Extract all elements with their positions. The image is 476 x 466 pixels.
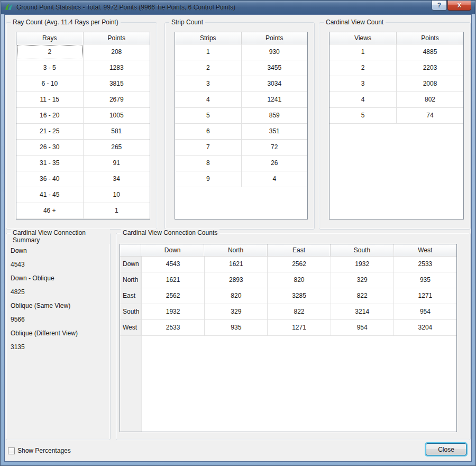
points-cell[interactable]: 91 xyxy=(83,156,150,171)
strips-cell[interactable]: 2 xyxy=(175,60,241,76)
column-header[interactable]: Views xyxy=(329,32,396,44)
rays-cell[interactable]: 3 - 5 xyxy=(16,60,83,76)
views-cell[interactable]: 1 xyxy=(329,44,396,60)
points-cell[interactable]: 1 xyxy=(83,203,150,218)
points-cell[interactable]: 859 xyxy=(241,108,308,123)
table-row[interactable]: 5 74 xyxy=(329,108,463,124)
table-row[interactable]: 11 - 15 2679 xyxy=(16,92,150,108)
table-row[interactable]: East 2562 820 3285 822 1271 xyxy=(120,288,456,304)
count-cell[interactable]: 329 xyxy=(331,272,393,288)
table-row[interactable]: 21 - 25 581 xyxy=(16,124,150,140)
table-row[interactable]: 2 2203 xyxy=(329,60,463,76)
column-header[interactable]: West xyxy=(393,244,456,256)
table-row[interactable]: 41 - 45 10 xyxy=(16,187,150,203)
count-cell[interactable]: 1271 xyxy=(267,320,330,335)
count-cell[interactable]: 3214 xyxy=(331,304,393,319)
count-cell[interactable]: 935 xyxy=(393,272,456,288)
count-cell[interactable]: 3204 xyxy=(393,320,456,335)
table-row[interactable]: 26 - 30 265 xyxy=(16,140,150,156)
points-cell[interactable]: 3034 xyxy=(241,76,308,92)
strips-cell[interactable]: 9 xyxy=(175,171,241,187)
points-cell[interactable]: 1283 xyxy=(83,60,150,76)
table-row[interactable]: 16 - 20 1005 xyxy=(16,108,150,124)
rays-cell[interactable]: 11 - 15 xyxy=(16,92,83,107)
strips-cell[interactable]: 3 xyxy=(175,76,241,92)
strips-cell[interactable]: 4 xyxy=(175,92,241,107)
close-button[interactable]: Close xyxy=(426,443,466,455)
points-cell[interactable]: 930 xyxy=(241,44,308,60)
table-row[interactable]: 4 1241 xyxy=(175,92,307,108)
points-cell[interactable]: 2679 xyxy=(83,92,150,107)
points-cell[interactable]: 802 xyxy=(396,92,463,107)
views-cell[interactable]: 4 xyxy=(329,92,396,107)
column-header[interactable]: North xyxy=(204,244,267,256)
table-row[interactable]: 2 208 xyxy=(16,44,150,60)
rays-cell[interactable]: 2 xyxy=(16,44,83,60)
table-row[interactable]: 31 - 35 91 xyxy=(16,156,150,171)
count-cell[interactable]: 2533 xyxy=(393,257,456,272)
column-header[interactable]: Points xyxy=(241,32,308,44)
table-row[interactable]: 36 - 40 34 xyxy=(16,171,150,187)
points-cell[interactable]: 351 xyxy=(241,124,308,139)
table-row[interactable]: 7 72 xyxy=(175,140,307,156)
rays-cell[interactable]: 21 - 25 xyxy=(16,124,83,139)
views-cell[interactable]: 2 xyxy=(329,60,396,76)
table-row[interactable]: 1 930 xyxy=(175,44,307,60)
strips-cell[interactable]: 1 xyxy=(175,44,241,60)
points-cell[interactable]: 26 xyxy=(241,156,308,171)
count-cell[interactable]: 2562 xyxy=(141,288,204,304)
row-header[interactable]: North xyxy=(120,272,141,288)
row-header[interactable]: Down xyxy=(120,257,141,272)
help-button[interactable]: ? xyxy=(432,1,447,11)
rays-cell[interactable]: 46 + xyxy=(16,203,83,218)
table-row[interactable]: South 1932 329 822 3214 954 xyxy=(120,304,456,320)
table-row[interactable]: 3 3034 xyxy=(175,76,307,92)
table-row[interactable]: North 1621 2893 820 329 935 xyxy=(120,272,456,288)
column-header[interactable]: East xyxy=(267,244,330,256)
table-row[interactable]: 8 26 xyxy=(175,156,307,171)
show-percentages-checkbox-wrap[interactable]: Show Percentages xyxy=(8,447,71,454)
points-cell[interactable]: 3455 xyxy=(241,60,308,76)
rays-cell[interactable]: 26 - 30 xyxy=(16,140,83,155)
count-cell[interactable]: 820 xyxy=(204,288,267,304)
table-row[interactable]: West 2533 935 1271 954 3204 xyxy=(120,320,456,336)
count-cell[interactable]: 1271 xyxy=(393,288,456,304)
rays-cell[interactable]: 31 - 35 xyxy=(16,156,83,171)
points-cell[interactable]: 208 xyxy=(83,44,150,60)
row-header[interactable]: East xyxy=(120,288,141,304)
count-cell[interactable]: 954 xyxy=(393,304,456,319)
count-cell[interactable]: 822 xyxy=(267,304,330,319)
points-cell[interactable]: 72 xyxy=(241,140,308,155)
table-row[interactable]: 2 3455 xyxy=(175,60,307,76)
column-header[interactable]: Points xyxy=(396,32,463,44)
points-cell[interactable]: 74 xyxy=(396,108,463,123)
count-cell[interactable]: 4543 xyxy=(141,257,204,272)
points-cell[interactable]: 3815 xyxy=(83,76,150,92)
row-header[interactable]: West xyxy=(120,320,141,335)
strips-cell[interactable]: 5 xyxy=(175,108,241,123)
count-cell[interactable]: 3285 xyxy=(267,288,330,304)
rays-cell[interactable]: 16 - 20 xyxy=(16,108,83,123)
count-cell[interactable]: 822 xyxy=(331,288,393,304)
column-header[interactable]: Down xyxy=(141,244,204,256)
count-cell[interactable]: 820 xyxy=(267,272,330,288)
count-cell[interactable]: 1621 xyxy=(204,257,267,272)
count-cell[interactable]: 2893 xyxy=(204,272,267,288)
show-percentages-checkbox[interactable] xyxy=(8,447,15,454)
column-header[interactable]: Points xyxy=(83,32,150,44)
table-row[interactable]: 5 859 xyxy=(175,108,307,124)
rays-cell[interactable]: 41 - 45 xyxy=(16,187,83,203)
count-cell[interactable]: 1621 xyxy=(141,272,204,288)
count-cell[interactable]: 2562 xyxy=(267,257,330,272)
table-row[interactable]: 9 4 xyxy=(175,171,307,187)
count-cell[interactable]: 1932 xyxy=(141,304,204,319)
strips-cell[interactable]: 8 xyxy=(175,156,241,171)
views-cell[interactable]: 3 xyxy=(329,76,396,92)
table-row[interactable]: 3 - 5 1283 xyxy=(16,60,150,76)
points-cell[interactable]: 2008 xyxy=(396,76,463,92)
points-cell[interactable]: 265 xyxy=(83,140,150,155)
column-header[interactable]: Strips xyxy=(175,32,241,44)
points-cell[interactable]: 4885 xyxy=(396,44,463,60)
rays-cell[interactable]: 6 - 10 xyxy=(16,76,83,92)
points-cell[interactable]: 34 xyxy=(83,171,150,187)
